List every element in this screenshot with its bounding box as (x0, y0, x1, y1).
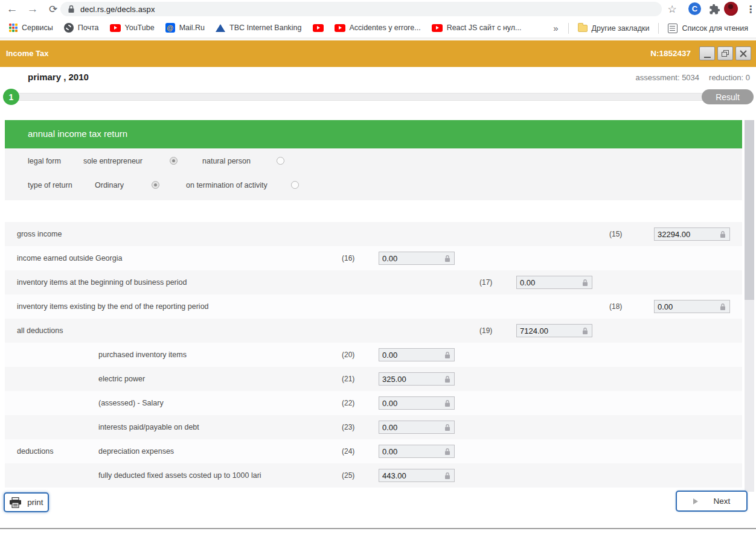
forward-icon[interactable] (24, 1, 41, 17)
amount-value: 0.00 (382, 447, 397, 456)
reading-list-icon (668, 24, 678, 33)
amount-field[interactable]: 0.00 (654, 300, 730, 313)
lock-icon (582, 279, 588, 287)
print-button[interactable]: print (4, 492, 49, 512)
printer-icon (9, 497, 22, 508)
bookmarks-overflow-icon[interactable]: » (547, 23, 564, 33)
youtube-icon (432, 24, 443, 32)
content-scrollbar[interactable] (745, 120, 754, 492)
radio-ordinary[interactable] (152, 181, 159, 189)
amount-field[interactable]: 0.00 (379, 396, 455, 410)
bookmark-item[interactable]: Почта (59, 20, 104, 36)
bookmark-item[interactable]: Accidentes y errore... (329, 20, 426, 36)
row-label: inventory items at the beginning of busi… (17, 270, 187, 294)
restore-button[interactable] (717, 46, 733, 60)
row-number: (22) (342, 391, 354, 415)
restore-icon (722, 50, 729, 57)
form-row: deductionsdepreciation expenses(24)0.00 (5, 439, 742, 463)
divider (568, 23, 569, 34)
radio-natural-person[interactable] (277, 157, 284, 165)
radio-sole-entrepreneur[interactable] (170, 157, 178, 165)
form-row: all deductions(19)7124.00 (5, 319, 742, 343)
result-button[interactable]: Result (702, 89, 754, 104)
legal-form-label: legal form (28, 157, 61, 165)
amount-field[interactable]: 7124.00 (516, 324, 592, 337)
globe-icon (64, 23, 74, 33)
form-row: gross income(15)32294.00 (5, 222, 742, 246)
bookmark-item[interactable]: YouTube (104, 20, 160, 36)
other-bookmarks-label: Другие закладки (592, 24, 650, 33)
back-icon[interactable] (4, 1, 21, 17)
close-icon (740, 50, 747, 57)
amount-field[interactable]: 32294.00 (654, 227, 730, 241)
bookmark-item[interactable] (307, 20, 329, 36)
minimize-button[interactable] (699, 46, 715, 60)
form-row: inventory items existing by the end of t… (5, 294, 742, 319)
other-bookmarks-button[interactable]: Другие закладки (572, 21, 655, 36)
amount-field[interactable]: 0.00 (516, 276, 592, 289)
bookmark-star-icon[interactable] (664, 1, 680, 17)
row-number: (24) (342, 439, 354, 463)
radio-on-termination[interactable] (291, 181, 299, 189)
youtube-icon (313, 24, 324, 32)
address-bar[interactable]: decl.rs.ge/decls.aspx (60, 2, 662, 16)
lock-icon (720, 303, 726, 311)
row-label: (assessed) - Salary (98, 391, 164, 415)
row-number: (25) (342, 463, 354, 488)
scrollbar-thumb[interactable] (745, 120, 754, 300)
browser-menu-icon[interactable] (745, 1, 756, 17)
amount-field[interactable]: 0.00 (379, 348, 455, 361)
bookmarks-left: СервисыПочтаYouTube@Mail.RuTBC Internet … (0, 20, 527, 36)
youtube-icon (335, 24, 345, 32)
next-button[interactable]: Next (676, 491, 748, 512)
bookmark-item[interactable]: @Mail.Ru (160, 20, 210, 36)
mailru-icon: @ (165, 23, 175, 33)
bookmark-item[interactable]: React JS сайт с нул... (426, 20, 527, 36)
lock-icon (582, 327, 588, 335)
group-label: deductions (17, 439, 53, 463)
step-indicator[interactable]: 1 (3, 89, 19, 105)
lock-icon (444, 255, 450, 262)
close-button[interactable] (735, 46, 751, 60)
row-label: gross income (17, 222, 62, 246)
reload-icon[interactable] (45, 1, 62, 17)
amount-field[interactable]: 443.00 (379, 469, 455, 482)
bookmark-label: Сервисы (22, 24, 53, 32)
amount-value: 0.00 (520, 278, 535, 287)
row-label: fully deducted fixed assets costed up to… (98, 463, 261, 488)
lock-icon (444, 424, 450, 431)
bookmark-label: React JS сайт с нул... (447, 24, 522, 32)
form-rows: gross income(15)32294.00income earned ou… (5, 222, 742, 488)
declaration-number: N:1852437 (650, 40, 691, 67)
amount-field[interactable]: 0.00 (379, 252, 455, 265)
option-label-natural-person: natural person (202, 157, 251, 165)
divider (658, 23, 659, 34)
row-number: (19) (479, 319, 492, 343)
minimize-icon (704, 57, 711, 58)
amount-value: 0.00 (382, 254, 397, 263)
form-row: fully deducted fixed assets costed up to… (5, 463, 742, 488)
wizard-stepper: 1 Result (0, 89, 756, 107)
bookmark-item[interactable]: TBC Internet Banking (210, 20, 307, 36)
form-row: (assessed) - Salary(22)0.00 (5, 391, 742, 415)
reading-list-button[interactable]: Список для чтения (662, 21, 754, 36)
form-options-section: legal form sole entrepreneur natural per… (5, 148, 742, 200)
section-title: annual income tax return (28, 120, 127, 148)
extensions-puzzle-icon[interactable] (708, 2, 721, 16)
bookmark-item[interactable]: Сервисы (4, 20, 59, 36)
bookmark-label: YouTube (125, 24, 155, 32)
amount-field[interactable]: 0.00 (379, 421, 455, 434)
option-label-sole-entrepreneur: sole entrepreneur (83, 157, 143, 165)
divider (0, 528, 756, 529)
amount-field[interactable]: 0.00 (379, 445, 455, 458)
bookmark-label: Mail.Ru (179, 24, 205, 32)
url-text: decl.rs.ge/decls.aspx (80, 5, 155, 14)
profile-avatar[interactable] (724, 2, 738, 16)
next-arrow-icon (693, 498, 698, 504)
form-row: purchased inventory items(20)0.00 (5, 343, 742, 367)
amount-field[interactable]: 325.00 (379, 372, 455, 386)
extension-icon[interactable] (688, 2, 701, 15)
progress-track (12, 93, 753, 101)
amount-value: 443.00 (382, 471, 406, 480)
amount-value: 0.00 (658, 302, 673, 311)
